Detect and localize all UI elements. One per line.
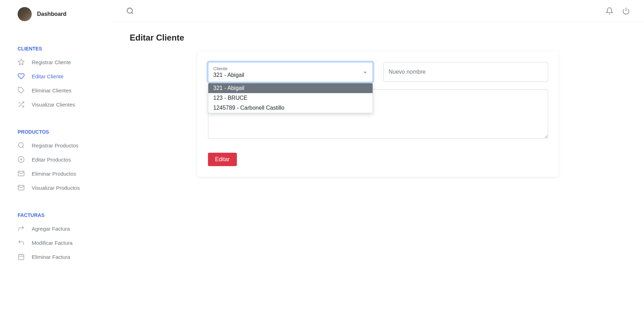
nav-item-label: Eliminar Factura: [32, 254, 70, 260]
nav-item-eliminar-productos[interactable]: Eliminar Productos: [0, 166, 112, 181]
bell-icon[interactable]: [606, 7, 613, 15]
svg-line-15: [131, 12, 133, 14]
nav-item-label: Editar Productos: [32, 157, 71, 163]
svg-point-5: [19, 143, 23, 147]
sidebar-title: Dashboard: [37, 11, 67, 17]
chevron-down-icon: [363, 70, 368, 75]
nav-item-registrar-cliente[interactable]: Registrar Cliente: [0, 55, 112, 69]
dropdown-options: 321 - Abigail 123 - BRUCE 1245789 - Carb…: [208, 83, 373, 113]
content-area: Editar Cliente Cliente 321 - Abigail 3: [112, 22, 644, 322]
undo-icon: [18, 239, 25, 246]
nav-item-eliminar-clientes[interactable]: Eliminar Clientes: [0, 83, 112, 97]
calendar-icon: [18, 253, 25, 260]
select-label: Cliente: [213, 66, 368, 71]
svg-marker-0: [18, 59, 24, 65]
avatar[interactable]: [18, 7, 32, 21]
nav-item-label: Editar Cliente: [32, 73, 63, 79]
section-label-clientes: CLIENTES: [0, 42, 112, 55]
form-card: Cliente 321 - Abigail 321 - Abigail 123 …: [197, 51, 559, 177]
section-label-productos: PRODUCTOS: [0, 126, 112, 138]
sidebar-section-facturas: FACTURAS Agregar Factura Modificar Factu…: [0, 209, 112, 264]
search-icon[interactable]: [126, 7, 134, 15]
svg-line-4: [19, 102, 20, 103]
tag-icon: [18, 87, 25, 94]
search-icon: [18, 142, 25, 149]
dropdown-option[interactable]: 321 - Abigail: [208, 83, 373, 93]
dropdown-option[interactable]: 123 - BRUCE: [208, 93, 373, 103]
nav-item-label: Eliminar Productos: [32, 171, 76, 177]
sidebar-header: Dashboard: [0, 0, 112, 28]
nav-item-label: Registrar Cliente: [32, 59, 71, 65]
nav-item-label: Visualizar Productos: [32, 185, 80, 191]
nav-item-editar-productos[interactable]: Editar Productos: [0, 152, 112, 166]
nav-item-label: Registrar Productos: [32, 142, 79, 148]
nav-item-agregar-factura[interactable]: Agregar Factura: [0, 221, 112, 236]
nav-item-eliminar-factura[interactable]: Eliminar Factura: [0, 250, 112, 264]
plus-circle-icon: [18, 156, 25, 163]
editar-button[interactable]: Editar: [208, 153, 237, 166]
svg-rect-10: [19, 254, 24, 260]
power-icon[interactable]: [622, 7, 630, 15]
sidebar: Dashboard CLIENTES Registrar Cliente Edi…: [0, 0, 112, 322]
svg-point-14: [127, 8, 133, 13]
section-label-facturas: FACTURAS: [0, 209, 112, 221]
dropdown-option[interactable]: 1245789 - Carbonell Castillo: [208, 103, 373, 113]
nav-item-label: Visualizar Clientes: [32, 102, 75, 108]
svg-line-6: [23, 147, 24, 148]
shuffle-icon: [18, 101, 25, 108]
select-value: 321 - Abigail: [213, 72, 368, 78]
nav-item-visualizar-clientes[interactable]: Visualizar Clientes: [0, 97, 112, 111]
heart-icon: [18, 73, 25, 80]
nav-item-modificar-factura[interactable]: Modificar Factura: [0, 236, 112, 250]
nav-item-label: Agregar Factura: [32, 226, 70, 232]
main-content: Editar Cliente Cliente 321 - Abigail 3: [112, 0, 644, 322]
nuevo-nombre-input[interactable]: [384, 62, 548, 82]
star-icon: [18, 59, 25, 66]
sidebar-section-clientes: CLIENTES Registrar Cliente Editar Client…: [0, 42, 112, 111]
nav-item-visualizar-productos[interactable]: Visualizar Productos: [0, 181, 112, 195]
nav-item-registrar-productos[interactable]: Registrar Productos: [0, 138, 112, 152]
nav-item-label: Eliminar Clientes: [32, 87, 72, 93]
page-title: Editar Cliente: [130, 33, 626, 43]
sidebar-section-productos: PRODUCTOS Registrar Productos Editar Pro…: [0, 126, 112, 195]
nav-item-editar-cliente[interactable]: Editar Cliente: [0, 69, 112, 83]
redo-icon: [18, 225, 25, 232]
nav-item-label: Modificar Factura: [32, 240, 73, 246]
mail-icon: [18, 170, 25, 177]
cliente-select[interactable]: Cliente 321 - Abigail: [208, 62, 373, 82]
mail-icon: [18, 184, 25, 191]
topbar: [112, 0, 644, 22]
